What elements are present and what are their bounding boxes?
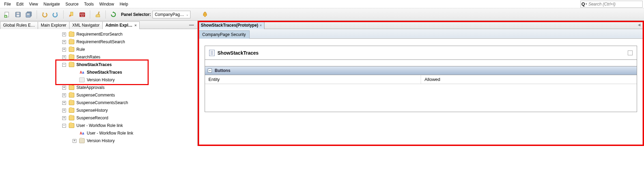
editor-tab-showstacktraces[interactable]: ShowStackTraces(Prototype) × <box>198 21 264 29</box>
section-title: Buttons <box>215 68 230 73</box>
page-icon: Aa <box>79 70 85 75</box>
tab-main-explorer[interactable]: Main Explorer <box>38 21 69 29</box>
folder-icon <box>69 116 74 120</box>
refresh-button[interactable] <box>109 10 118 19</box>
expand-icon[interactable]: + <box>62 86 66 90</box>
editor-sub-tabs: CompanyPage Security <box>198 29 644 39</box>
tree-item[interactable]: AaUser - Workflow Role link <box>62 129 197 137</box>
new-file-button[interactable] <box>2 10 12 19</box>
menu-window[interactable]: Window <box>96 1 117 8</box>
tab-admin-explorer[interactable]: Admin Expl… × <box>102 21 140 29</box>
tree-item-label: User - Workflow Role link <box>76 123 123 128</box>
expand-icon[interactable]: + <box>73 139 76 143</box>
save-button[interactable] <box>13 10 23 19</box>
collapse-icon[interactable]: − <box>62 63 66 67</box>
document-icon <box>209 50 215 56</box>
tree-item[interactable]: AaShowStackTraces <box>62 68 197 76</box>
tree-item-label: Version History <box>86 77 115 82</box>
tree-item-label: RequirementErrorSearch <box>76 32 122 37</box>
tree-item-label: ShowStackTraces <box>76 62 112 67</box>
expand-icon[interactable]: + <box>62 33 66 36</box>
editor-body: ShowStackTraces − Buttons Entity Allowed <box>198 39 644 146</box>
expand-icon[interactable]: + <box>62 101 66 105</box>
redo-button[interactable] <box>51 10 60 19</box>
tree-item[interactable]: +SearchRates <box>62 53 197 61</box>
tree-item[interactable]: +RequirementErrorSearch <box>62 30 197 38</box>
tree-item-label: ShowStackTraces <box>86 70 122 75</box>
menu-file[interactable]: File <box>1 1 13 8</box>
menu-edit[interactable]: Edit <box>13 1 26 8</box>
tree-item[interactable]: +SuspenseHistory <box>62 107 197 114</box>
explorer-pane: Global Rules E… Main Explorer XML Naviga… <box>0 21 198 146</box>
folder-icon <box>69 39 74 44</box>
panel-selector-value: CompanyPag… <box>155 12 184 17</box>
tree-item-label: SuspenseHistory <box>76 108 108 113</box>
folder-icon <box>69 123 74 128</box>
folder-icon <box>69 47 74 52</box>
svg-rect-8 <box>26 13 30 17</box>
download-button[interactable] <box>200 10 210 19</box>
tree-item[interactable]: +Rule <box>62 46 197 53</box>
expand-icon[interactable]: + <box>62 93 66 97</box>
collapse-icon[interactable]: − <box>208 68 212 73</box>
tab-xml-navigator[interactable]: XML Navigator <box>69 21 103 29</box>
menu-tools[interactable]: Tools <box>81 1 96 8</box>
panel-selector-combo[interactable]: CompanyPag… ⌄ <box>152 11 190 18</box>
sub-tab-company-security[interactable]: CompanyPage Security <box>198 30 250 39</box>
collapse-icon[interactable]: − <box>62 124 66 128</box>
column-entity: Entity <box>205 75 421 84</box>
tree-item[interactable]: +StateApprovals <box>62 84 197 91</box>
tree-view[interactable]: +RequirementErrorSearch+RequirementResul… <box>0 29 197 146</box>
search-input[interactable] <box>588 2 633 7</box>
tree-item[interactable]: +RequirementResultSearch <box>62 38 197 46</box>
close-icon[interactable]: × <box>134 23 137 27</box>
chevron-down-icon: ⌄ <box>186 13 189 16</box>
menu-help[interactable]: Help <box>117 1 131 8</box>
panel-checkbox[interactable] <box>628 50 633 55</box>
svg-text:A-Z: A-Z <box>81 15 84 17</box>
folder-icon <box>69 62 74 67</box>
history-icon <box>79 77 85 82</box>
tree-item-label: StateApprovals <box>76 85 104 90</box>
tree-item[interactable]: −User - Workflow Role link <box>62 122 197 129</box>
menu-source[interactable]: Source <box>63 1 81 8</box>
page-icon: Aa <box>79 131 85 136</box>
menu-view[interactable]: View <box>26 1 41 8</box>
search-box[interactable]: Q ▾ <box>580 1 643 8</box>
expand-icon[interactable]: + <box>62 55 66 59</box>
folder-icon <box>69 32 74 37</box>
expand-icon[interactable]: + <box>62 48 66 52</box>
folder-icon <box>69 108 74 113</box>
tab-global-rules[interactable]: Global Rules E… <box>0 21 38 29</box>
editor-pane: ShowStackTraces(Prototype) × ◀ CompanyPa… <box>198 21 644 146</box>
expand-icon[interactable]: + <box>62 116 66 120</box>
data-dictionary-button[interactable]: DATAA-Z <box>77 10 87 19</box>
save-all-button[interactable] <box>24 10 34 19</box>
chevron-left-icon[interactable]: ◀ <box>634 23 644 27</box>
expand-icon[interactable]: + <box>62 40 66 44</box>
tree-item[interactable]: Version History <box>62 76 197 84</box>
editor-tabs: ShowStackTraces(Prototype) × ◀ <box>198 21 644 29</box>
folder-icon <box>79 138 85 143</box>
tree-item[interactable]: +SuspenseCommentsSearch <box>62 99 197 107</box>
search-dropdown-icon[interactable]: ▾ <box>586 2 587 6</box>
toolbar: DATAA-Z Panel Selector: CompanyPag… ⌄ <box>0 8 644 21</box>
menu-bar: File Edit View Navigate Source Tools Win… <box>0 0 644 8</box>
minimize-pane-button[interactable]: — <box>186 22 197 28</box>
panel-selector-label: Panel Selector: <box>121 12 151 17</box>
close-icon[interactable]: × <box>260 23 262 27</box>
expand-icon[interactable]: + <box>62 109 66 112</box>
checkout-button[interactable] <box>66 10 76 19</box>
tree-item[interactable]: −ShowStackTraces <box>62 61 197 68</box>
clean-button[interactable] <box>93 10 103 19</box>
folder-icon <box>69 93 74 98</box>
undo-button[interactable] <box>40 10 49 19</box>
menu-navigate[interactable]: Navigate <box>41 1 63 8</box>
security-panel: ShowStackTraces − Buttons Entity Allowed <box>205 46 637 112</box>
tree-item[interactable]: +SuspenseComments <box>62 91 197 99</box>
tree-item[interactable]: +SuspenseRecord <box>62 114 197 122</box>
folder-icon <box>69 85 74 90</box>
tree-item[interactable]: +Version History <box>62 137 197 145</box>
buttons-section-header[interactable]: − Buttons <box>205 66 637 75</box>
svg-rect-10 <box>71 12 73 16</box>
